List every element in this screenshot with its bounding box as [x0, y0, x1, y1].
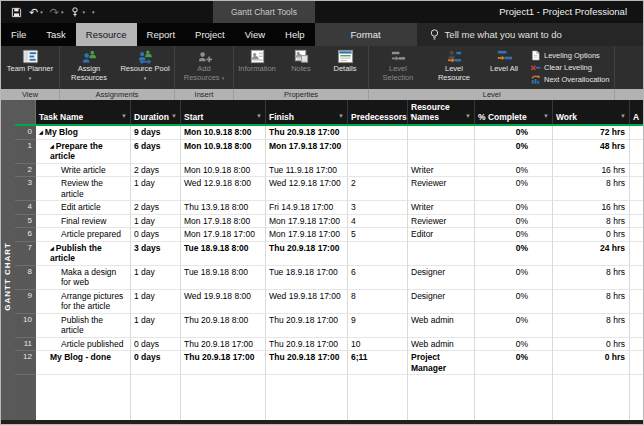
filter-dropdown-icon[interactable]: ▼	[121, 111, 127, 122]
filter-dropdown-icon[interactable]: ▼	[256, 111, 262, 122]
view-bar[interactable]: GANTT CHART	[1, 100, 15, 420]
tab-help[interactable]: Help	[275, 23, 315, 46]
column-header-work[interactable]: Work▼	[553, 100, 630, 124]
cell-add-new[interactable]	[630, 266, 643, 290]
cell-pred[interactable]	[348, 140, 408, 164]
undo-icon[interactable]: ↶▾	[29, 7, 43, 18]
cell-start[interactable]: Wed 12.9.18 8:00	[181, 177, 266, 201]
cell-res[interactable]: Reviewer	[408, 215, 475, 229]
column-header-finish[interactable]: Finish▼	[266, 100, 348, 124]
column-header-a[interactable]: A	[630, 100, 643, 124]
cell-pred[interactable]: 10	[348, 338, 408, 352]
cell-pred[interactable]: 5	[348, 228, 408, 242]
tab-task[interactable]: Task	[36, 23, 76, 46]
cell-duration[interactable]: 0 days	[131, 228, 181, 242]
filter-dropdown-icon[interactable]: ▼	[465, 111, 471, 122]
cell-pred[interactable]	[348, 164, 408, 178]
cell-add-new[interactable]	[630, 290, 643, 314]
cell-name[interactable]: Publish the article	[36, 314, 131, 338]
cell-work[interactable]: 8 hrs	[553, 177, 630, 201]
tab-resource[interactable]: Resource	[76, 23, 137, 46]
cell-res[interactable]: Writer	[408, 201, 475, 215]
add-resources-button[interactable]: Add Resources ▾	[176, 47, 232, 88]
cell-res[interactable]	[408, 242, 475, 266]
cell-work[interactable]: 16 hrs	[553, 201, 630, 215]
level-selection-button[interactable]: Level Selection	[370, 47, 426, 88]
tell-me-box[interactable]: Tell me what you want to do	[417, 23, 643, 46]
notes-button[interactable]: Notes	[279, 47, 323, 88]
row-number[interactable]: 5	[15, 215, 36, 229]
cell-res[interactable]: Project Manager	[408, 351, 475, 375]
cell-res[interactable]: Web admin	[408, 338, 475, 352]
cell-duration[interactable]: 1 day	[131, 177, 181, 201]
cell-finish[interactable]: Thu 20.9.18 17:00	[266, 126, 348, 140]
column-header-resource-names[interactable]: Resource Names▼	[408, 100, 475, 124]
cell-start[interactable]: Thu 13.9.18 8:00	[181, 201, 266, 215]
cell-name[interactable]: ◢Prepare the article	[36, 140, 131, 164]
cell-name[interactable]: My Blog - done	[36, 351, 131, 375]
cell-finish[interactable]: Tue 18.9.18 17:00	[266, 266, 348, 290]
column-header-duration[interactable]: Duration▼	[131, 100, 181, 124]
cell-res[interactable]: Reviewer	[408, 177, 475, 201]
cell-pred[interactable]: 2	[348, 177, 408, 201]
cell-finish[interactable]: Thu 20.9.18 17:00	[266, 351, 348, 375]
filter-dropdown-icon[interactable]: ▼	[543, 111, 549, 122]
cell-name[interactable]: Review the article	[36, 177, 131, 201]
cell-pct[interactable]: 0%	[475, 201, 553, 215]
cell-add-new[interactable]	[630, 126, 643, 140]
cell-res[interactable]	[408, 140, 475, 164]
cell-pct[interactable]: 0%	[475, 314, 553, 338]
cell-duration[interactable]: 1 day	[131, 314, 181, 338]
filter-dropdown-icon[interactable]: ▼	[338, 111, 344, 122]
empty-cell[interactable]	[266, 375, 348, 420]
cell-pct[interactable]: 0%	[475, 266, 553, 290]
cell-start[interactable]: Thu 20.9.18 17:00	[181, 351, 266, 375]
cell-start[interactable]: Thu 20.9.18 17:00	[181, 338, 266, 352]
row-number[interactable]: 11	[15, 338, 36, 352]
cell-name[interactable]: Final review	[36, 215, 131, 229]
cell-pct[interactable]: 0%	[475, 290, 553, 314]
cell-work[interactable]: 8 hrs	[553, 266, 630, 290]
cell-pred[interactable]: 8	[348, 290, 408, 314]
row-number[interactable]: 0	[15, 126, 36, 140]
cell-pred[interactable]: 6;11	[348, 351, 408, 375]
filter-dropdown-icon[interactable]: ▼	[620, 111, 626, 122]
empty-cell[interactable]	[181, 375, 266, 420]
details-button[interactable]: Details	[323, 47, 367, 88]
filter-dropdown-icon[interactable]: ▼	[171, 111, 177, 122]
cell-duration[interactable]: 2 days	[131, 164, 181, 178]
cell-res[interactable]: Designer	[408, 266, 475, 290]
cell-add-new[interactable]	[630, 242, 643, 266]
cell-pct[interactable]: 0%	[475, 126, 553, 140]
cell-res[interactable]	[408, 126, 475, 140]
cell-pct[interactable]: 0%	[475, 351, 553, 375]
cell-work[interactable]: 0 hrs	[553, 351, 630, 375]
empty-cell[interactable]	[348, 375, 408, 420]
resource-pool-button[interactable]: Resource Pool ▾	[117, 47, 173, 88]
cell-duration[interactable]: 1 day	[131, 266, 181, 290]
cell-name[interactable]: Article published	[36, 338, 131, 352]
tab-report[interactable]: Report	[137, 23, 186, 46]
cell-pred[interactable]: 4	[348, 215, 408, 229]
touch-mouse-mode-icon[interactable]: ▾	[70, 7, 85, 18]
cell-name[interactable]: Arrange pictures for the article	[36, 290, 131, 314]
cell-name[interactable]: ◢My Blog	[36, 126, 131, 140]
cell-add-new[interactable]	[630, 164, 643, 178]
cell-pct[interactable]: 0%	[475, 338, 553, 352]
cell-res[interactable]: Editor	[408, 228, 475, 242]
empty-cell[interactable]	[553, 375, 630, 420]
cell-start[interactable]: Wed 19.9.18 8:00	[181, 290, 266, 314]
expand-triangle-icon[interactable]: ◢	[39, 127, 43, 138]
cell-finish[interactable]: Mon 17.9.18 17:00	[266, 215, 348, 229]
cell-finish[interactable]: Fri 14.9.18 17:00	[266, 201, 348, 215]
cell-add-new[interactable]	[630, 215, 643, 229]
expand-triangle-icon[interactable]: ◢	[50, 141, 54, 152]
cell-pct[interactable]: 0%	[475, 215, 553, 229]
column-header-start[interactable]: Start▼	[181, 100, 266, 124]
assign-resources-button[interactable]: Assign Resources	[61, 47, 117, 88]
row-number[interactable]: 8	[15, 266, 36, 290]
cell-res[interactable]: Designer	[408, 290, 475, 314]
cell-finish[interactable]: Mon 17.9.18 17:00	[266, 228, 348, 242]
row-number[interactable]: 4	[15, 201, 36, 215]
empty-cell[interactable]	[131, 375, 181, 420]
